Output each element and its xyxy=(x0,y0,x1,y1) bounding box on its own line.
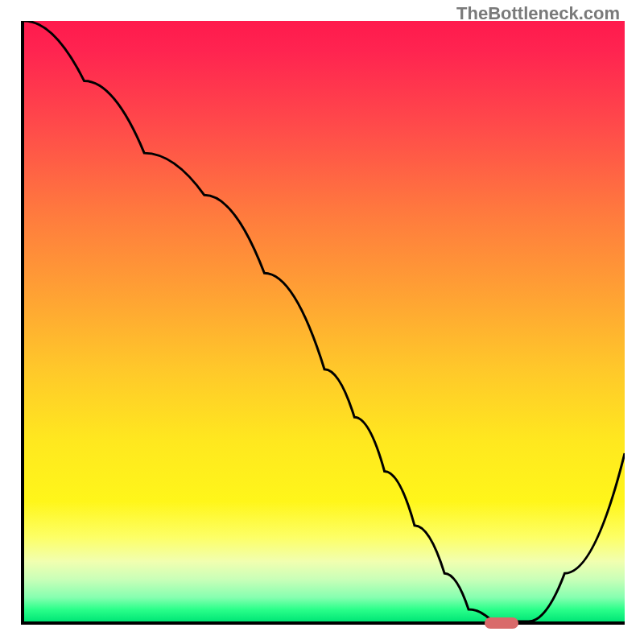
curve-line xyxy=(24,21,625,621)
plot-area xyxy=(21,21,625,625)
watermark-text: TheBottleneck.com xyxy=(456,3,620,24)
optimal-marker xyxy=(485,617,518,629)
